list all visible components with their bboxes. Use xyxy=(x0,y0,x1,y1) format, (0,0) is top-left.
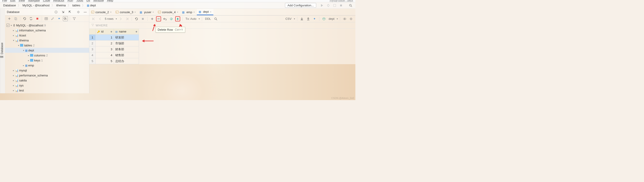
search-everywhere-button[interactable] xyxy=(348,3,353,8)
schema-sys[interactable]: sys xyxy=(5,83,89,88)
checkbox-icon[interactable] xyxy=(6,24,10,27)
menu-help[interactable]: Help xyxy=(107,0,113,2)
reload-button[interactable] xyxy=(134,16,139,21)
menu-tools[interactable]: Tools xyxy=(76,0,83,2)
scope-label[interactable]: dept xyxy=(328,17,335,20)
download-button[interactable] xyxy=(299,16,304,21)
collapse-icon[interactable]: ⇲ xyxy=(60,9,66,14)
crumb-dept[interactable]: dept xyxy=(86,4,96,7)
chevron-down-icon[interactable] xyxy=(12,39,15,42)
schema-perf[interactable]: performance_schema xyxy=(5,73,89,78)
delete-row-button[interactable] xyxy=(156,16,161,21)
stop-sync-button[interactable] xyxy=(35,16,40,21)
tab-console-3[interactable]: console_3× xyxy=(114,9,138,15)
menu-code[interactable]: Code xyxy=(43,0,50,2)
hide-icon[interactable]: — xyxy=(83,9,88,14)
col-name[interactable]: name◆ xyxy=(114,29,139,35)
schema-world[interactable]: world xyxy=(5,93,89,93)
table-row[interactable]: 4 4 销售部 xyxy=(89,52,355,58)
menu-navigate[interactable]: Navigate xyxy=(28,0,40,2)
cell-id[interactable]: 1 xyxy=(96,35,114,40)
crumb-tables[interactable]: tables xyxy=(72,4,81,7)
result-grid[interactable]: id◆ name◆ 1 1 研发部 2 2 市场部 3 3 财务部 4 4 销售 xyxy=(89,29,355,64)
schema-sakila[interactable]: sakila xyxy=(5,78,89,83)
run-button[interactable] xyxy=(320,3,324,8)
cell-name[interactable]: 市场部 xyxy=(114,40,139,46)
table-row[interactable]: 2 2 市场部 xyxy=(89,40,355,46)
first-page-button[interactable] xyxy=(91,16,96,21)
chevron-right-icon[interactable] xyxy=(27,59,30,62)
cell-name[interactable]: 财务部 xyxy=(114,46,139,52)
cell-id[interactable]: 3 xyxy=(96,46,114,52)
stop-button[interactable] xyxy=(338,3,344,8)
table-emp[interactable]: emp xyxy=(5,63,89,68)
revert-button[interactable] xyxy=(162,16,168,21)
chevron-right-icon[interactable] xyxy=(12,74,15,77)
cell-id[interactable]: 5 xyxy=(96,58,114,64)
schema-test[interactable]: test xyxy=(5,88,89,93)
new-button[interactable] xyxy=(7,16,12,21)
filter-row[interactable]: WHERE xyxy=(89,22,355,29)
chevron-right-icon[interactable] xyxy=(12,69,15,72)
chevron-right-icon[interactable] xyxy=(12,84,15,87)
keys-node[interactable]: keys1 xyxy=(5,58,89,63)
close-icon[interactable]: × xyxy=(194,11,195,13)
row-number[interactable]: 1 xyxy=(89,35,96,40)
crumb-schema[interactable]: itheima xyxy=(55,4,67,7)
menu-file[interactable]: File xyxy=(2,0,7,2)
crumb-database[interactable]: Database xyxy=(2,4,17,7)
menu-run[interactable]: Run xyxy=(68,0,73,2)
close-icon[interactable]: × xyxy=(110,11,112,13)
chevron-right-icon[interactable] xyxy=(12,29,15,32)
schema-itcast[interactable]: itcast xyxy=(5,33,89,38)
columns-node[interactable]: columns2 xyxy=(5,53,89,58)
database-tree[interactable]: MySQL - @localhost 9 information_schema … xyxy=(5,22,89,93)
chevron-right-icon[interactable] xyxy=(12,89,15,92)
row-number[interactable]: 5 xyxy=(89,58,96,64)
edit-button[interactable] xyxy=(50,16,55,21)
prev-page-button[interactable] xyxy=(98,16,102,21)
chevron-down-icon[interactable] xyxy=(22,49,25,52)
chevron-right-icon[interactable] xyxy=(12,34,15,37)
tab-dept[interactable]: dept× xyxy=(197,9,214,15)
table-view-button[interactable] xyxy=(44,16,49,21)
schema-info[interactable]: information_schema xyxy=(5,28,89,33)
next-page-button[interactable] xyxy=(118,16,123,21)
copy-button[interactable] xyxy=(13,16,18,21)
last-page-button[interactable] xyxy=(124,16,130,21)
crumb-datasource[interactable]: MySQL - @localhost xyxy=(22,4,50,7)
debug-button[interactable] xyxy=(326,3,331,8)
close-icon[interactable]: × xyxy=(210,10,211,13)
cancel-query-button[interactable] xyxy=(140,16,145,21)
col-id[interactable]: id◆ xyxy=(96,29,114,35)
sort-icon[interactable]: ◆ xyxy=(110,30,112,33)
sort-icon[interactable]: ◆ xyxy=(136,30,137,33)
datasource-node[interactable]: MySQL - @localhost 9 xyxy=(5,23,89,28)
gear-icon[interactable] xyxy=(76,9,81,14)
database-toolwindow-tab[interactable]: 🗄 Database xyxy=(0,9,5,93)
cell-name[interactable]: 研发部 xyxy=(114,35,139,40)
export-format[interactable]: CSV xyxy=(284,17,292,20)
magic-button[interactable]: ✦ xyxy=(56,16,62,21)
sync-button[interactable] xyxy=(28,16,34,21)
table-dept[interactable]: dept xyxy=(5,48,89,53)
expand-icon[interactable]: ⇱ xyxy=(67,9,72,14)
row-number[interactable]: 3 xyxy=(89,46,96,52)
refresh-button[interactable] xyxy=(22,16,27,21)
submit-button[interactable] xyxy=(175,16,180,21)
close-icon[interactable]: × xyxy=(152,11,154,13)
table-row[interactable]: 1 1 研发部 xyxy=(89,35,355,40)
schema-mysql[interactable]: mysql xyxy=(5,68,89,73)
settings-button[interactable] xyxy=(348,16,354,21)
cell-id[interactable]: 4 xyxy=(96,52,114,58)
menu-view[interactable]: View xyxy=(18,0,25,2)
chevron-down-icon[interactable] xyxy=(10,24,13,27)
upload-button[interactable] xyxy=(306,16,311,21)
menu-edit[interactable]: Edit xyxy=(10,0,15,2)
preview-pending-button[interactable] xyxy=(169,16,174,21)
chevron-right-icon[interactable] xyxy=(12,79,15,82)
chevron-down-icon[interactable] xyxy=(17,44,20,47)
cell-id[interactable]: 2 xyxy=(96,40,114,46)
run-coverage-button[interactable] xyxy=(332,3,337,8)
tab-yuser[interactable]: yuser× xyxy=(138,9,156,15)
